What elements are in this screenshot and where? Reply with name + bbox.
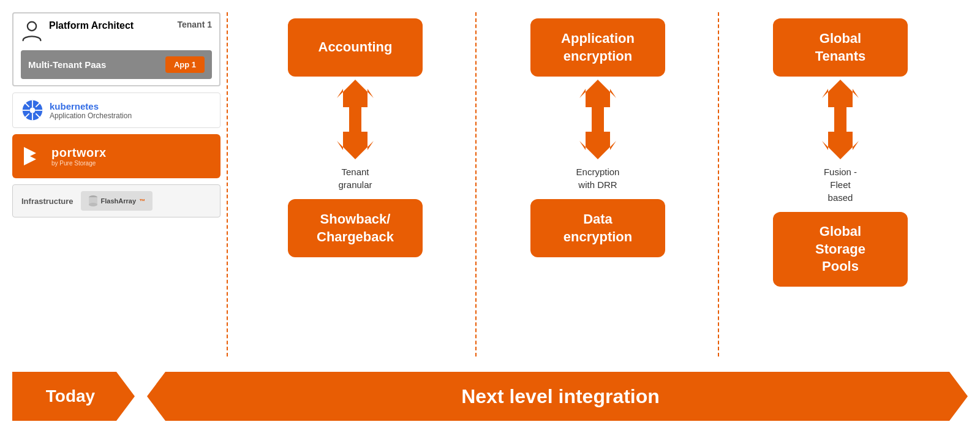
pa-header: Platform Architect Tenant 1 bbox=[21, 20, 212, 44]
kubernetes-box: kubernetes Application Orchestration bbox=[12, 92, 221, 128]
left-dashed-separator bbox=[227, 12, 228, 356]
kubernetes-name: kubernetes bbox=[50, 101, 132, 111]
main-container: Platform Architect Tenant 1 Multi-Tenant… bbox=[0, 0, 980, 430]
next-level-label: Next level integration bbox=[461, 385, 660, 408]
global-storage-pools-box: Global Storage Pools bbox=[773, 212, 908, 287]
portworx-icon bbox=[21, 144, 45, 168]
svg-marker-18 bbox=[337, 132, 374, 159]
multi-tenant-row: Multi-Tenant Paas App 1 bbox=[21, 50, 212, 79]
svg-point-14 bbox=[89, 203, 97, 206]
portworx-subtitle: by Pure Storage bbox=[51, 160, 107, 167]
infrastructure-label: Infrastructure bbox=[21, 197, 74, 206]
app1-badge: App 1 bbox=[165, 56, 205, 73]
global-tenants-box: Global Tenants bbox=[773, 18, 908, 77]
portworx-box: portworx by Pure Storage bbox=[12, 134, 221, 178]
kubernetes-subtitle: Application Orchestration bbox=[50, 111, 132, 120]
encryption-middle-label: Encryption with DRR bbox=[576, 165, 620, 191]
svg-rect-22 bbox=[592, 105, 604, 134]
today-label: Today bbox=[46, 387, 95, 406]
double-arrow-1 bbox=[337, 80, 374, 159]
svg-point-0 bbox=[28, 22, 36, 31]
feature-col-1: Accounting bbox=[234, 12, 477, 356]
svg-marker-23 bbox=[822, 80, 859, 107]
flasharray-suffix: ™ bbox=[139, 198, 145, 205]
double-arrow-3 bbox=[822, 80, 859, 159]
pa-title-group: Platform Architect bbox=[49, 20, 134, 31]
svg-marker-11 bbox=[24, 147, 36, 165]
bottom-banner: Today Next level integration bbox=[0, 363, 980, 430]
k8s-text: kubernetes Application Orchestration bbox=[50, 101, 132, 120]
feature-col-3: Global Tenants Fusion - Fleet based Glob… bbox=[719, 12, 962, 356]
accounting-middle-label: Tenant granular bbox=[338, 165, 372, 191]
svg-marker-21 bbox=[579, 132, 616, 159]
svg-rect-25 bbox=[834, 105, 846, 134]
infrastructure-box: Infrastructure FlashArray ™ bbox=[12, 184, 221, 217]
top-section: Platform Architect Tenant 1 Multi-Tenant… bbox=[0, 0, 980, 363]
left-panel: Platform Architect Tenant 1 Multi-Tenant… bbox=[12, 12, 221, 356]
accounting-box: Accounting bbox=[288, 18, 423, 77]
portworx-name: portworx bbox=[51, 146, 107, 160]
features-area: Accounting bbox=[234, 12, 962, 356]
app-encryption-box: Application encryption bbox=[530, 18, 665, 77]
platform-architect-box: Platform Architect Tenant 1 Multi-Tenant… bbox=[12, 12, 221, 86]
flasharray-label: FlashArray bbox=[101, 197, 136, 205]
today-arrow: Today bbox=[12, 372, 135, 421]
feature-col-2: Application encryption Encryption with D… bbox=[477, 12, 719, 356]
data-encryption-box: Data encryption bbox=[530, 199, 665, 257]
person-icon bbox=[21, 20, 43, 44]
multi-tenant-label: Multi-Tenant Paas bbox=[28, 59, 106, 71]
tenant-label: Tenant 1 bbox=[177, 20, 212, 29]
svg-point-2 bbox=[30, 108, 36, 113]
kubernetes-icon bbox=[21, 99, 43, 121]
fusion-middle-label: Fusion - Fleet based bbox=[824, 165, 857, 204]
pw-text-group: portworx by Pure Storage bbox=[51, 146, 107, 167]
next-level-arrow: Next level integration bbox=[147, 372, 968, 421]
platform-architect-title: Platform Architect bbox=[49, 20, 134, 31]
svg-marker-20 bbox=[579, 80, 616, 107]
showback-box: Showback/ Chargeback bbox=[288, 199, 423, 257]
flasharray-icon bbox=[88, 194, 98, 208]
svg-rect-19 bbox=[349, 105, 361, 134]
double-arrow-2 bbox=[579, 80, 616, 159]
flasharray-badge: FlashArray ™ bbox=[81, 191, 153, 211]
svg-marker-24 bbox=[822, 132, 859, 159]
svg-marker-17 bbox=[337, 80, 374, 107]
